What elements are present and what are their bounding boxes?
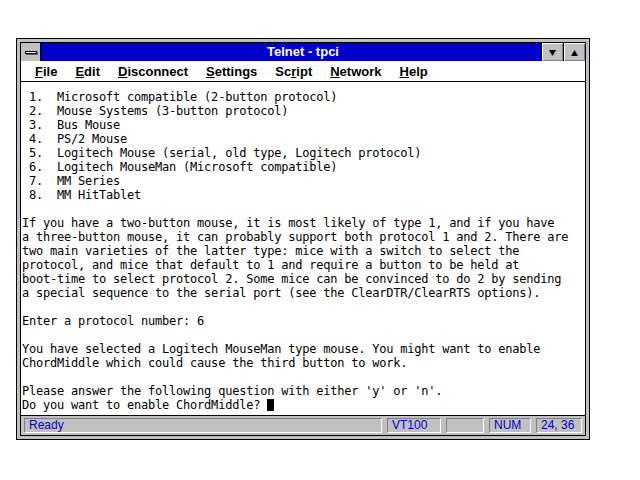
- status-message: Ready: [24, 418, 382, 433]
- terminal-cursor: [267, 399, 274, 411]
- menu-bar: FileEditDisconnectSettingsScriptNetworkH…: [21, 61, 585, 82]
- minimize-button[interactable]: ▼: [541, 43, 563, 61]
- menu-item-file[interactable]: File: [26, 64, 66, 79]
- status-emulation: VT100: [387, 418, 441, 433]
- status-cursor-position: 24, 36: [536, 418, 582, 433]
- maximize-icon: ▲: [571, 48, 578, 56]
- caption-buttons: ▼ ▲: [541, 43, 585, 61]
- status-numlock: NUM: [489, 418, 531, 433]
- maximize-button[interactable]: ▲: [563, 43, 585, 61]
- menu-item-settings[interactable]: Settings: [197, 64, 266, 79]
- menu-item-help[interactable]: Help: [391, 64, 437, 79]
- menu-item-script[interactable]: Script: [266, 64, 321, 79]
- window-title: Telnet - tpci: [21, 43, 585, 61]
- menu-item-network[interactable]: Network: [321, 64, 390, 79]
- window-inner-frame: Telnet - tpci ▼ ▲ FileEditDisconnectSett…: [20, 42, 586, 436]
- minimize-icon: ▼: [549, 48, 556, 56]
- status-extra-panel: [446, 418, 484, 433]
- menu-item-edit[interactable]: Edit: [66, 64, 109, 79]
- terminal-text: 1. Microsoft compatible (2-button protoc…: [21, 82, 585, 412]
- terminal-screen[interactable]: 1. Microsoft compatible (2-button protoc…: [21, 82, 585, 415]
- status-bar: Ready VT100 NUM 24, 36: [21, 415, 585, 435]
- title-bar[interactable]: Telnet - tpci ▼ ▲: [21, 43, 585, 61]
- telnet-window: Telnet - tpci ▼ ▲ FileEditDisconnectSett…: [16, 38, 590, 440]
- menu-item-disconnect[interactable]: Disconnect: [109, 64, 197, 79]
